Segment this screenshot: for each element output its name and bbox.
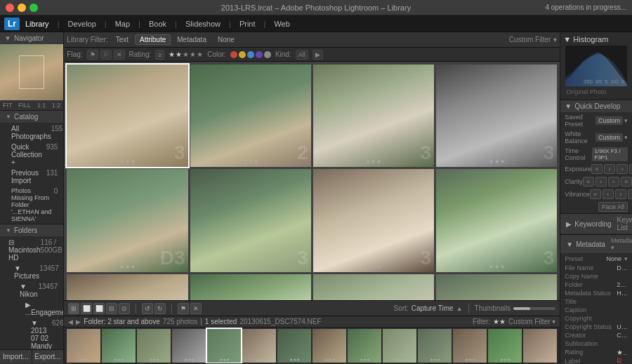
reject-icon[interactable]: ✕	[190, 303, 202, 314]
fs-thumb-4[interactable]: ★★★	[172, 329, 206, 363]
star-4[interactable]: ★	[190, 50, 196, 58]
qd-vib-down[interactable]: ‹	[603, 189, 614, 199]
fs-thumb-14[interactable]: ★★★	[523, 329, 557, 363]
grid-cell-4[interactable]: 3 ★ ★ ★	[436, 65, 557, 167]
nav-fit[interactable]: FIT	[3, 102, 13, 109]
preset-value[interactable]: None	[606, 255, 621, 262]
minimize-button[interactable]	[18, 4, 26, 12]
qd-clarity-down-down[interactable]: «	[583, 177, 594, 187]
catalog-header[interactable]: ▼ Catalog	[0, 111, 63, 123]
folder-macintosh[interactable]: ⊟ Macintosh HD 116 / 500GB	[0, 237, 63, 263]
sort-value[interactable]: Capture Time	[412, 304, 454, 312]
folders-header[interactable]: ▼ Folders	[0, 224, 63, 237]
grid-cell-10[interactable]: 3 ★ ★ ★	[190, 274, 311, 300]
grid-cell-11[interactable]: 3 ★ ★ ★	[313, 274, 434, 300]
folder-pictures[interactable]: ▼ Pictures 13457	[0, 263, 63, 281]
qd-vib-up-up[interactable]: »	[628, 189, 632, 199]
qd-exp-down-down[interactable]: «	[591, 164, 603, 174]
loupe-view-icon[interactable]: ⬜	[81, 303, 92, 314]
fs-thumb-7[interactable]: ★★★	[277, 329, 311, 363]
grid-view-icon[interactable]: ⊞	[68, 303, 79, 314]
custom-filter-label[interactable]: Custom Filter	[509, 36, 551, 43]
qd-vib-down-down[interactable]: «	[590, 189, 601, 199]
qd-face-all-btn[interactable]: Face All	[598, 202, 628, 212]
attr-flag-neutral[interactable]: ⚐	[100, 50, 112, 60]
maximize-button[interactable]	[29, 4, 38, 12]
fs-thumb-3[interactable]: ★★★	[137, 329, 171, 363]
attr-flag-reject[interactable]: ✕	[114, 50, 125, 60]
color-dot-red[interactable]	[230, 51, 237, 58]
fs-thumb-10[interactable]: ★★★	[383, 329, 416, 363]
navigator-header[interactable]: ▼ Navigator	[0, 32, 63, 44]
flag-icon[interactable]: ⚑	[178, 303, 189, 314]
meta-value-rating[interactable]: ★★	[617, 349, 628, 356]
sort-direction-icon[interactable]: ▲	[456, 305, 463, 312]
fs-thumb-13[interactable]: ★★★	[488, 329, 522, 363]
fs-thumb-12[interactable]: ★★★	[453, 329, 487, 363]
grid-cell-5[interactable]: D3 ★ ★ ★	[67, 169, 187, 271]
qd-exp-down[interactable]: ‹	[604, 164, 615, 174]
nav-develop[interactable]: Develop	[67, 20, 96, 28]
color-dot-blue[interactable]	[247, 51, 254, 58]
meta-value-caption[interactable]	[617, 306, 628, 314]
attr-flag-yes[interactable]: ⚑	[87, 50, 98, 60]
meta-value-copyright[interactable]	[617, 315, 628, 322]
grid-cell-12[interactable]: 3 ★ ★ ★	[436, 274, 557, 300]
folder-engagements[interactable]: ▶ ...Engagements 1026	[0, 299, 63, 318]
qd-clarity-up-up[interactable]: »	[621, 177, 632, 187]
meta-value-subloc[interactable]	[617, 340, 628, 347]
grid-cell-9[interactable]: 3 ★ ★ ★	[67, 274, 187, 300]
folder-mandy-tony[interactable]: ▼ 2013 07 02 Mandy and Tony 626	[0, 318, 63, 349]
grid-cell-2[interactable]: 2 ★ ★ ★	[190, 65, 311, 167]
grid-cell-6[interactable]: 3 ★ ★ ★	[190, 169, 311, 271]
nav-library[interactable]: Library	[25, 20, 49, 28]
catalog-item-previous[interactable]: Previous Import 131	[0, 168, 63, 186]
qd-time-value[interactable]: 1/96X F3 / F3P1	[592, 147, 628, 161]
nav-web[interactable]: Web	[274, 20, 289, 28]
folder-nikon[interactable]: ▼ Nikon 13457	[0, 281, 63, 299]
nav-1-2[interactable]: 1:2	[52, 102, 61, 109]
attr-kind-video[interactable]: ▶	[312, 50, 323, 60]
star-1[interactable]: ★	[169, 50, 175, 58]
metadata-header[interactable]: ▼ Metadata Metadata ▾	[560, 235, 632, 254]
filmstrip-nav-prev[interactable]: ◀	[68, 318, 73, 325]
fs-thumb-8[interactable]: ★★★	[312, 329, 346, 363]
nav-map[interactable]: Map	[115, 20, 130, 28]
color-dot-yellow[interactable]	[239, 51, 246, 58]
grid-cell-8[interactable]: 3 ★ ★ ★	[436, 169, 557, 271]
keyword-list-label[interactable]: Keyword List	[617, 216, 632, 231]
qd-header[interactable]: ▼ Quick Develop	[560, 100, 632, 112]
survey-icon[interactable]: ⊟	[106, 303, 117, 314]
qd-exp-up[interactable]: ›	[617, 164, 628, 174]
nav-fill[interactable]: FILL	[18, 102, 31, 109]
filter-tab-metadata[interactable]: Metadata	[172, 34, 211, 45]
compare-icon[interactable]: ⬜	[93, 303, 105, 314]
catalog-item-quick[interactable]: Quick Collection + 935	[0, 142, 63, 168]
qd-vib-up[interactable]: ›	[615, 189, 626, 199]
fs-thumb-11[interactable]: ★★★	[418, 329, 452, 363]
nav-1-1[interactable]: 1:1	[37, 102, 46, 109]
meta-value-title[interactable]	[617, 298, 628, 305]
qd-clarity-up[interactable]: ›	[608, 177, 619, 187]
color-dot-gray[interactable]	[264, 51, 271, 58]
grid-cell-1[interactable]: 3 ★ ★ ★	[67, 65, 187, 167]
qd-exp-up-up[interactable]: »	[629, 164, 632, 174]
filter-tab-attribute[interactable]: Attribute	[135, 34, 171, 45]
metadata-tab-btn[interactable]: Metadata ▾	[611, 237, 632, 251]
fs-thumb-2[interactable]: ★★★	[102, 329, 136, 363]
close-button[interactable]	[6, 4, 14, 12]
filmstrip-custom-filter[interactable]: Custom Filter ▾	[508, 318, 555, 325]
import-button[interactable]: Import...	[0, 350, 32, 363]
fs-thumb-6[interactable]: ★★★	[242, 329, 276, 363]
fs-thumb-5[interactable]: ★★★	[207, 329, 241, 363]
rotate-left-icon[interactable]: ↺	[142, 303, 153, 314]
grid-cell-7[interactable]: 3 ★ ★ ★	[313, 169, 434, 271]
meta-value-copyname[interactable]	[617, 273, 628, 280]
filmstrip-nav-next[interactable]: ▶	[76, 318, 81, 325]
qd-wb-value[interactable]: Custom	[595, 133, 623, 142]
filter-tab-text[interactable]: Text	[111, 34, 133, 45]
qd-saved-preset-value[interactable]: Custom	[595, 116, 623, 125]
catalog-item-all[interactable]: All Photographs 15560	[0, 123, 63, 142]
qd-clarity-down[interactable]: ‹	[595, 177, 607, 187]
color-dot-purple[interactable]	[256, 51, 263, 58]
